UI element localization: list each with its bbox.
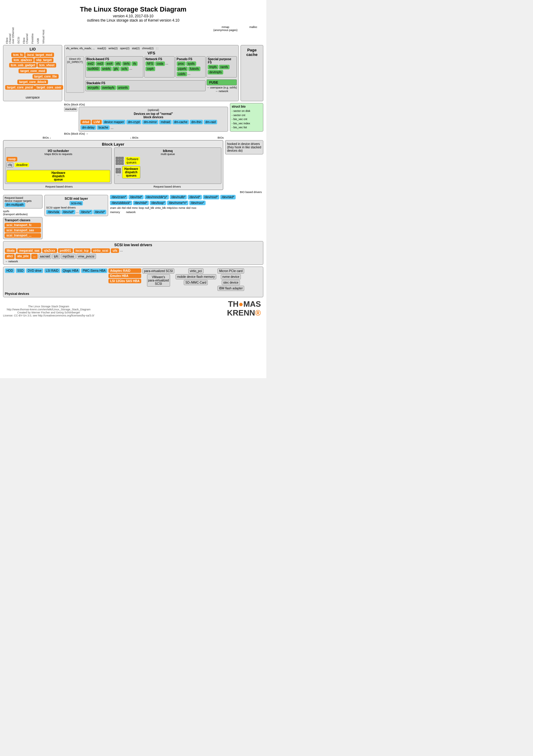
fs-ramfs: ramfs — [219, 65, 230, 69]
syscall-write: write(2) — [109, 47, 117, 50]
mem-net-labels: memory network — [110, 211, 263, 214]
network-label3: → network — [5, 260, 262, 263]
bio-based-label: BIO based drivers — [3, 191, 263, 194]
module-vhost: tcm_vhost — [38, 63, 56, 68]
request-dm-box: Request-baseddevice mapper targets dm-mu… — [3, 195, 42, 208]
phys-ibm-flash: IBM flash adapter — [217, 286, 244, 291]
fs-row1: Block-based FS ext2 ext3 ext4 xfs btrfs … — [85, 56, 237, 78]
phys-micron: Micron PCIe card — [217, 268, 244, 274]
drv-vmw-pvscsi: vmw_pvscsi — [77, 254, 96, 259]
phys-ssd: SSD — [16, 268, 25, 273]
bios-down-left: BIOs ↓ — [42, 136, 51, 139]
target-core-bottom: target_core_pscsi target_core_user — [5, 85, 60, 90]
scsi-row: Request-baseddevice mapper targets dm-mu… — [3, 195, 263, 239]
item-bcache: bcache — [97, 125, 110, 130]
fuse-userspace: FUSE → userspace (e.g. sshfs) → network — [207, 79, 237, 93]
scsi-transport-fc: scsi_transport_fc — [5, 223, 41, 228]
bios-down-right: ↓ BIOs — [130, 136, 138, 139]
sw-queues-row: Softwarequeues — [116, 157, 219, 165]
drv-dots-low: ... — [120, 248, 123, 253]
item-dm-thin: dm-thin — [190, 120, 203, 124]
blkmq: blkmq multi queue Softwarequeues — [114, 148, 221, 184]
item-device-mapper: device mapper — [103, 120, 126, 124]
phys-virtio-pci: virtio_pci — [188, 268, 203, 274]
fs-dots1: ... — [129, 67, 132, 71]
optional-box: (optional) Devices on top of "normal"blo… — [79, 107, 228, 132]
physical-inner: HDD SSD DVD drive LSI RAID Qlogic HBA PM… — [5, 268, 262, 291]
syscall-chmod: chmod(2) — [142, 47, 154, 50]
bios-label-left: BIOs (block I/Os) — [64, 103, 228, 106]
scsi-upper-label: SCSI upper level drivers — [46, 206, 106, 209]
bios-far-right: BIOs — [217, 136, 223, 139]
physical-label: Physical devices — [5, 292, 262, 295]
request-labels: Request based drivers Request based driv… — [5, 185, 221, 188]
module-tcm-fc: tcm_fc — [11, 53, 25, 57]
page-cache: Pagecache — [241, 45, 263, 101]
req-left: Request based drivers — [45, 185, 73, 188]
dev-rsxx: /dev/rsxx* — [189, 201, 206, 205]
stackable-label: stackable — [64, 107, 77, 112]
io-sched-subtitle: Maps BIOs to requests — [6, 152, 110, 156]
dev-st: /dev/st* — [93, 210, 106, 214]
special-fs-items: tmpfs ramfs devtmpfs — [208, 65, 236, 74]
syscall-dots: : : — [156, 47, 159, 50]
struct-bio: struct bio - sector on disk - sector cnt… — [230, 103, 263, 132]
iface-firewire: FireWire — [31, 30, 34, 44]
phys-para-virt: para-virtualized SCSI — [142, 268, 174, 274]
syscall-vfs: vfs_writev, vfs_readv, ... — [66, 47, 95, 50]
target-core-iblock: target_core_iblock — [17, 80, 48, 84]
bios-arrows: BIOs ↓ ↓ BIOs BIOs — [3, 136, 263, 139]
mmap-label: mmap(anonymous pages) — [213, 26, 238, 32]
dev-sr: /dev/sr* — [79, 210, 93, 214]
target-core-pscsi: target_core_pscsi — [5, 85, 35, 90]
diagram-subtitle: version 4.10, 2017-03-10 outlines the Li… — [3, 14, 263, 22]
fs-coda: coda — [155, 61, 165, 66]
vfs-inner: Direct I/O(O_DIRECT) Block-based FS ext2… — [66, 56, 237, 93]
phys-nvme: nvme device — [221, 274, 241, 279]
block-layer-row: Block Layer I/O scheduler Maps BIOs to r… — [3, 140, 263, 190]
hw-dispatch-blkmq: Hardwaredispatchqueues — [122, 166, 140, 178]
driver-names-row: zram ubi rbd nbd mmc loop null_blk virti… — [110, 206, 263, 209]
vfs-title: VFS — [66, 51, 237, 55]
module-usb: tcm_usb_gadget — [9, 63, 37, 68]
scsi-transport-dots: scsi_transport_... — [5, 233, 41, 238]
malloc-label: malloc — [249, 26, 257, 29]
hw-dispatch-blkmq-row: ... Hardwaredispatchqueues — [116, 166, 219, 178]
target-core-file: target_core_file — [33, 74, 59, 79]
iface-fibre-channel: Fibre Channel — [22, 29, 29, 44]
phys-adaptec: Adaptec RAID — [109, 268, 141, 273]
transport-classes: Transport classes scsi_transport_fc scsi… — [3, 217, 42, 239]
drv-ufs: ufs — [111, 248, 119, 253]
logo-line1: TH●MAS — [227, 300, 261, 309]
right-devices-col: Micron PCIe card nvme device stec device… — [217, 268, 244, 291]
scsi-mq-container: scsi-mq — [46, 201, 106, 205]
lio-userspace: userspace — [5, 96, 60, 99]
fs-unionfs: unionfs — [116, 85, 129, 90]
fs-xfs: xfs — [114, 61, 121, 66]
dev-sd: /dev/sd* — [61, 210, 75, 214]
hooked-drivers: hooked in device drivers(they hook in li… — [225, 140, 263, 154]
drv-ubi: ubi — [117, 206, 120, 209]
scsi-upper-items: /dev/sda /dev/sd* ... /dev/sr* /dev/st* — [46, 210, 106, 214]
footer-info: The Linux Storage Stack Diagram http://w… — [3, 305, 94, 317]
interface-labels-row: Fibre Channelover Ethernet iSCSI Fibre C… — [3, 26, 263, 44]
sysfs-label: sysfs(transport attributes) — [3, 210, 42, 216]
target-core-user: target_core_user — [35, 85, 63, 90]
dev-rbd: /dev/rbd* — [128, 195, 144, 200]
fs-devtmpfs: devtmpfs — [208, 70, 223, 74]
vfs-section: vfs_writev, vfs_readv, ... read(2) write… — [64, 45, 239, 101]
drv-nbd: nbd — [126, 206, 131, 209]
phys-lsi-raid: LSI RAID — [44, 268, 60, 273]
phys-stec: stec device — [222, 280, 240, 285]
stackable-fs-items: ecryptfs overlayfs unionfs — [87, 85, 204, 90]
fuse-box: FUSE — [207, 79, 237, 85]
phys-vmwares: VMware'spara-virtualizedSCSI — [147, 274, 170, 287]
optional-label: (optional) — [81, 109, 226, 112]
fs-futexfs: futexfs — [188, 67, 200, 71]
top-section: LIO tcm_fc iscsi_target_mod tcm_qla2xxx … — [3, 45, 263, 101]
left-column: Request-baseddevice mapper targets dm-mu… — [3, 195, 42, 239]
phys-dvd: DVD drive — [26, 268, 43, 273]
syscall-row: vfs_writev, vfs_readv, ... read(2) write… — [66, 47, 237, 50]
req-dm-label: Request-baseddevice mapper targets — [5, 196, 41, 202]
para-virt-col: para-virtualized SCSI VMware'spara-virtu… — [142, 268, 174, 287]
